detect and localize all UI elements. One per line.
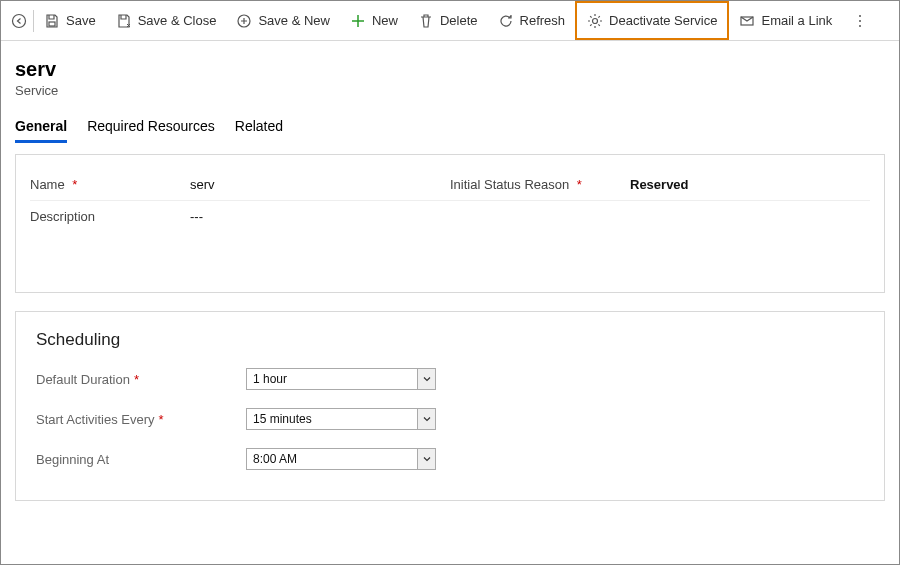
description-label: Description — [30, 209, 180, 224]
deactivate-label: Deactivate Service — [609, 13, 717, 28]
refresh-label: Refresh — [520, 13, 566, 28]
new-label: New — [372, 13, 398, 28]
svg-point-6 — [859, 20, 861, 22]
name-label: Name * — [30, 177, 180, 192]
app-window: Save Save & Close Save & New New Delete — [0, 0, 900, 565]
tab-related[interactable]: Related — [235, 114, 283, 143]
scheduling-title: Scheduling — [36, 330, 864, 350]
name-value[interactable]: serv — [180, 177, 450, 192]
name-label-text: Name — [30, 177, 65, 192]
email-link-button[interactable]: Email a Link — [729, 1, 842, 40]
tab-required-resources[interactable]: Required Resources — [87, 114, 215, 143]
record-title: serv — [15, 57, 885, 81]
new-button[interactable]: New — [340, 1, 408, 40]
refresh-icon — [498, 13, 514, 29]
status-label-text: Initial Status Reason — [450, 177, 569, 192]
start-activities-label-text: Start Activities Every — [36, 412, 154, 427]
record-entity: Service — [15, 83, 885, 98]
deactivate-service-button[interactable]: Deactivate Service — [575, 1, 729, 40]
save-close-label: Save & Close — [138, 13, 217, 28]
save-close-icon — [116, 13, 132, 29]
mail-icon — [739, 13, 755, 29]
gear-icon — [587, 13, 603, 29]
required-marker: * — [577, 177, 582, 192]
tab-general[interactable]: General — [15, 114, 67, 143]
chevron-down-icon — [417, 369, 435, 389]
back-icon — [11, 13, 27, 29]
more-vertical-icon — [852, 13, 868, 29]
required-marker: * — [158, 412, 163, 427]
default-duration-value: 1 hour — [247, 372, 417, 386]
refresh-button[interactable]: Refresh — [488, 1, 576, 40]
required-marker: * — [134, 372, 139, 387]
save-label: Save — [66, 13, 96, 28]
svg-rect-1 — [49, 22, 55, 26]
save-new-button[interactable]: Save & New — [226, 1, 340, 40]
default-duration-label: Default Duration* — [36, 372, 246, 387]
start-activities-select[interactable]: 15 minutes — [246, 408, 436, 430]
svg-point-3 — [593, 18, 598, 23]
default-duration-label-text: Default Duration — [36, 372, 130, 387]
status-label: Initial Status Reason * — [450, 177, 620, 192]
save-close-button[interactable]: Save & Close — [106, 1, 227, 40]
back-button[interactable] — [5, 1, 33, 40]
start-activities-value: 15 minutes — [247, 412, 417, 426]
delete-button[interactable]: Delete — [408, 1, 488, 40]
tab-strip: General Required Resources Related — [1, 100, 899, 144]
description-value[interactable]: --- — [180, 209, 870, 224]
email-link-label: Email a Link — [761, 13, 832, 28]
general-panel: Name * serv Initial Status Reason * Rese… — [15, 154, 885, 293]
save-new-icon — [236, 13, 252, 29]
chevron-down-icon — [417, 449, 435, 469]
plus-icon — [350, 13, 366, 29]
status-value[interactable]: Reserved — [620, 177, 870, 192]
default-duration-select[interactable]: 1 hour — [246, 368, 436, 390]
svg-point-0 — [13, 14, 26, 27]
beginning-at-select[interactable]: 8:00 AM — [246, 448, 436, 470]
command-bar: Save Save & Close Save & New New Delete — [1, 1, 899, 41]
more-commands-button[interactable] — [846, 1, 874, 40]
required-marker: * — [72, 177, 77, 192]
trash-icon — [418, 13, 434, 29]
scheduling-panel: Scheduling Default Duration* 1 hour Star… — [15, 311, 885, 501]
start-activities-label: Start Activities Every* — [36, 412, 246, 427]
save-button[interactable]: Save — [34, 1, 106, 40]
delete-label: Delete — [440, 13, 478, 28]
save-new-label: Save & New — [258, 13, 330, 28]
record-header: serv Service — [1, 41, 899, 100]
svg-point-5 — [859, 15, 861, 17]
beginning-at-label: Beginning At — [36, 452, 246, 467]
svg-point-7 — [859, 25, 861, 27]
chevron-down-icon — [417, 409, 435, 429]
beginning-at-value: 8:00 AM — [247, 452, 417, 466]
save-icon — [44, 13, 60, 29]
